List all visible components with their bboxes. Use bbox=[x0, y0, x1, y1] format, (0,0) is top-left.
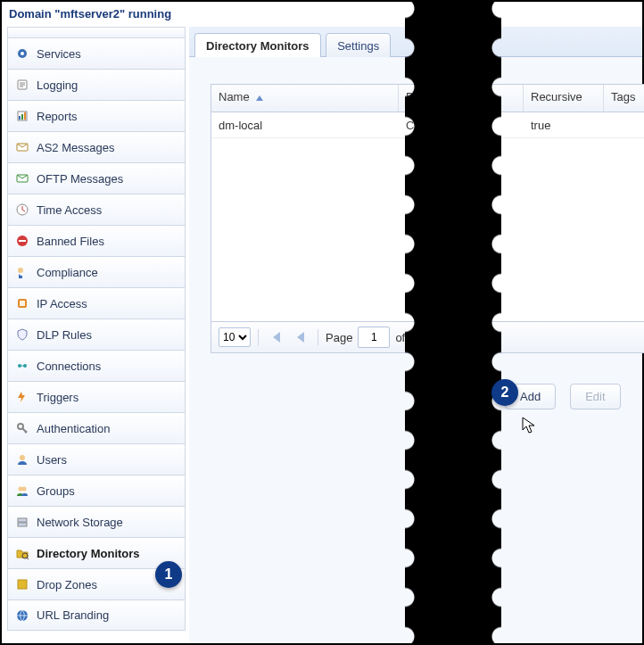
sidebar-item-time-access[interactable]: Time Access bbox=[7, 194, 186, 225]
users-icon bbox=[15, 452, 29, 467]
reports-icon bbox=[15, 109, 29, 123]
sidebar-item-reports[interactable]: Reports bbox=[7, 100, 186, 131]
separator bbox=[318, 329, 318, 345]
logging-icon bbox=[15, 78, 29, 92]
callout-1: 1 bbox=[155, 561, 182, 588]
first-page-icon[interactable] bbox=[266, 327, 285, 347]
description-icon bbox=[33, 26, 47, 40]
sidebar-item-label: Directory Monitors bbox=[37, 547, 140, 560]
sidebar-item-label: Services bbox=[37, 47, 81, 61]
sidebar-item-label: Users bbox=[37, 453, 67, 467]
col-recursive[interactable]: Recursive bbox=[524, 85, 604, 112]
sidebar-item-oftp-messages[interactable]: OFTP Messages bbox=[7, 162, 186, 194]
tab-settings[interactable]: Settings bbox=[326, 33, 391, 59]
col-name-label: Name bbox=[219, 90, 250, 103]
network-storage-icon bbox=[15, 515, 29, 529]
sidebar-item-label: Connections bbox=[37, 360, 101, 373]
sidebar-item-label: IP Access bbox=[37, 297, 87, 310]
separator bbox=[258, 329, 259, 345]
domain-header: Domain "mftserver2" running bbox=[2, 2, 642, 26]
sidebar-item-groups[interactable]: Groups bbox=[7, 475, 186, 506]
page-label: Page bbox=[326, 331, 352, 344]
sidebar-item-url-branding[interactable]: URL Branding bbox=[7, 600, 186, 631]
sidebar-item-label: Banned Files bbox=[37, 235, 104, 248]
svg-rect-21 bbox=[18, 518, 27, 522]
svg-rect-4 bbox=[19, 116, 21, 120]
edit-button[interactable]: Edit bbox=[570, 384, 620, 409]
svg-point-18 bbox=[20, 455, 25, 460]
svg-point-15 bbox=[18, 364, 21, 368]
oftp-messages-icon bbox=[15, 171, 29, 186]
sidebar-item-label: Groups bbox=[37, 484, 75, 498]
col-name[interactable]: Name bbox=[211, 85, 399, 112]
sidebar-item-services[interactable]: Services bbox=[7, 37, 186, 69]
sidebar-item-connections[interactable]: Connections bbox=[7, 350, 186, 381]
sidebar-item-as2-messages[interactable]: AS2 Messages bbox=[7, 131, 186, 162]
callout-2: 2 bbox=[491, 379, 518, 406]
sidebar-item-network-storage[interactable]: Network Storage bbox=[7, 506, 186, 537]
sidebar-item-label: Network Storage bbox=[37, 516, 123, 529]
cell-tags bbox=[604, 121, 644, 128]
sidebar-item-directory-monitors[interactable]: Directory Monitors bbox=[7, 537, 186, 568]
sort-asc-icon bbox=[256, 95, 263, 101]
groups-icon bbox=[15, 484, 29, 498]
svg-rect-22 bbox=[18, 523, 27, 526]
triggers-icon bbox=[15, 390, 29, 404]
page-of-label: of bbox=[395, 331, 405, 344]
svg-point-12 bbox=[18, 268, 23, 273]
sidebar-item-dlp-rules[interactable]: DLP Rules bbox=[7, 318, 186, 350]
sidebar-item-description[interactable] bbox=[7, 27, 186, 37]
sidebar-item-ip-access[interactable]: IP Access bbox=[7, 287, 186, 318]
page-size-select[interactable]: 10 bbox=[219, 327, 251, 347]
cell-recursive: true bbox=[524, 115, 604, 136]
sidebar-item-authentication[interactable]: Authentication bbox=[7, 412, 186, 443]
svg-point-1 bbox=[21, 52, 24, 55]
directory-monitors-icon bbox=[15, 546, 29, 560]
sidebar-item-label: OFTP Messages bbox=[37, 172, 123, 186]
svg-rect-5 bbox=[21, 114, 23, 120]
sidebar: ServicesLoggingReportsAS2 MessagesOFTP M… bbox=[7, 27, 186, 643]
time-access-icon bbox=[15, 203, 29, 217]
page-number-input[interactable] bbox=[358, 327, 390, 348]
sidebar-item-label: AS2 Messages bbox=[37, 141, 114, 154]
sidebar-item-logging[interactable]: Logging bbox=[7, 69, 186, 100]
as2-messages-icon bbox=[15, 140, 29, 154]
svg-rect-6 bbox=[24, 112, 26, 120]
sidebar-item-label: Compliance bbox=[37, 266, 98, 279]
services-icon bbox=[15, 46, 29, 61]
svg-rect-24 bbox=[18, 580, 27, 589]
svg-point-16 bbox=[23, 364, 27, 368]
compliance-icon bbox=[15, 265, 29, 279]
sidebar-item-label: Logging bbox=[37, 79, 78, 92]
authentication-icon bbox=[15, 421, 29, 435]
sidebar-item-label: Reports bbox=[37, 110, 78, 123]
dlp-rules-icon bbox=[15, 327, 29, 342]
sidebar-item-triggers[interactable]: Triggers bbox=[7, 381, 186, 412]
svg-rect-14 bbox=[20, 301, 25, 306]
sidebar-item-compliance[interactable]: Compliance bbox=[7, 256, 186, 287]
url-branding-icon bbox=[15, 608, 29, 623]
sidebar-item-label: Triggers bbox=[37, 391, 78, 404]
col-tags[interactable]: Tags bbox=[604, 85, 644, 112]
banned-files-icon bbox=[15, 234, 29, 248]
sidebar-item-users[interactable]: Users bbox=[7, 443, 186, 475]
sidebar-item-label: Drop Zones bbox=[37, 578, 97, 591]
sidebar-item-label: Time Access bbox=[37, 203, 102, 217]
tab-directory-monitors[interactable]: Directory Monitors bbox=[194, 33, 321, 59]
ip-access-icon bbox=[15, 296, 29, 310]
sidebar-item-label: Authentication bbox=[37, 422, 110, 435]
svg-rect-11 bbox=[19, 240, 26, 242]
cell-name: dm-local bbox=[211, 115, 399, 136]
sidebar-item-label: URL Branding bbox=[37, 608, 109, 622]
sidebar-item-label: DLP Rules bbox=[37, 328, 92, 342]
drop-zones-icon bbox=[15, 577, 29, 591]
sidebar-item-banned-files[interactable]: Banned Files bbox=[7, 225, 186, 256]
prev-page-icon[interactable] bbox=[291, 327, 310, 347]
svg-point-20 bbox=[22, 487, 27, 492]
connections-icon bbox=[15, 359, 29, 373]
screenshot-tear-decoration bbox=[405, 0, 501, 645]
